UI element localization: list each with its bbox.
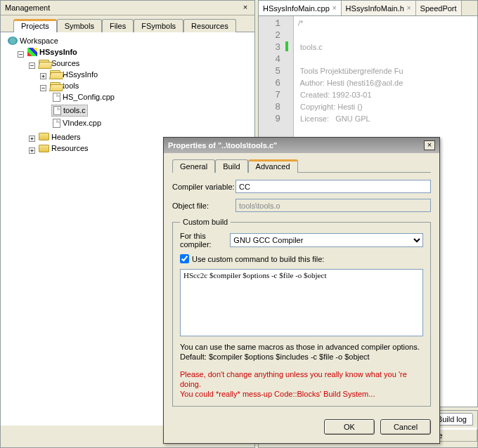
dialog-titlebar[interactable]: Properties of "..\tools\tools.c" × (164, 138, 439, 153)
custom-command-textarea[interactable]: HScc2c $compiler $options -c $file -o $o… (180, 269, 423, 336)
use-custom-checkbox[interactable] (180, 254, 189, 263)
file-icon (53, 93, 60, 102)
tree-folder-resources[interactable]: Resources (37, 143, 90, 153)
tab-symbols[interactable]: Symbols (57, 19, 102, 32)
tab-label: HSsysInfoMain.cpp (263, 4, 330, 13)
tree-folder-headers[interactable]: Headers (37, 132, 82, 142)
hint-text: You can use the same macros as those in … (180, 342, 423, 362)
close-icon[interactable]: × (407, 4, 411, 12)
tab-resources[interactable]: Resources (183, 19, 236, 32)
close-icon[interactable]: × (240, 3, 250, 13)
tree-file[interactable]: VIndex.cpp (51, 118, 103, 129)
tree-label: tools.c (63, 106, 86, 114)
management-tabs: Projects Symbols Files FSymbols Resource… (1, 15, 254, 32)
warning-text: Please, don't change anything unless you… (180, 369, 423, 400)
use-custom-label: Use custom command to build this file: (192, 255, 324, 263)
tree-file[interactable]: HS_Config.cpp (51, 92, 116, 103)
dialog-title: Properties of "..\tools\tools.c" (168, 141, 424, 150)
tab-build[interactable]: Build (215, 159, 247, 173)
tab-advanced[interactable]: Advanced (248, 159, 298, 173)
object-file-label: Object file: (172, 202, 235, 210)
tree-label: Sources (51, 59, 79, 67)
tab-label: SpeedPort (420, 4, 457, 13)
for-compiler-label: For this compiler: (180, 232, 230, 249)
folder-open-icon (39, 60, 49, 67)
tree-label: tools (63, 81, 79, 90)
ok-button[interactable]: OK (324, 419, 375, 435)
tree-label: Headers (51, 133, 81, 141)
tab-label: HSsysInfoMain.h (346, 4, 404, 13)
editor-tabs: HSsysInfoMain.cpp× HSsysInfoMain.h× Spee… (259, 1, 477, 16)
file-icon (53, 119, 60, 128)
workspace-icon (8, 37, 18, 45)
tree-folder-tools[interactable]: tools (49, 81, 80, 91)
expander-icon[interactable]: + (40, 73, 46, 79)
tree-label: Workspace (20, 37, 58, 45)
editor-tab[interactable]: SpeedPort (416, 1, 462, 15)
expander-icon[interactable]: + (29, 147, 35, 154)
custom-build-group: Custom build For this compiler: GNU GCC … (172, 218, 431, 407)
tree-label: HSsysInfo (63, 70, 98, 79)
change-mark-icon (285, 41, 288, 51)
tab-fsymbols[interactable]: FSymbols (134, 19, 183, 32)
folder-open-icon (50, 82, 60, 90)
tree-label: HSsysInfo (39, 48, 77, 56)
compiler-var-input[interactable] (235, 180, 431, 193)
tab-projects[interactable]: Projects (13, 19, 57, 32)
object-file-input (235, 199, 431, 212)
folder-open-icon (50, 70, 60, 78)
tab-files[interactable]: Files (102, 19, 134, 32)
tree-folder-sources[interactable]: Sources (37, 58, 81, 68)
compiler-var-label: Compiler variable: (172, 183, 235, 191)
folder-icon (39, 145, 49, 152)
expander-icon[interactable]: − (18, 51, 24, 58)
close-icon[interactable]: × (424, 140, 435, 150)
close-icon[interactable]: × (332, 4, 337, 12)
expander-icon[interactable]: + (29, 136, 35, 142)
folder-icon (39, 133, 49, 140)
expander-icon[interactable]: − (29, 62, 35, 69)
tree-workspace[interactable]: Workspace (6, 36, 60, 46)
project-icon (27, 48, 37, 56)
tree-label: HS_Config.cpp (63, 93, 115, 101)
editor-tab[interactable]: HSsysInfoMain.cpp× (259, 1, 342, 15)
file-icon (53, 106, 61, 115)
editor-tab[interactable]: HSsysInfoMain.h× (342, 1, 416, 15)
custom-build-legend: Custom build (180, 218, 231, 226)
management-title: Management (5, 4, 240, 12)
expander-icon[interactable]: − (40, 85, 46, 91)
management-titlebar: Management × (1, 1, 254, 15)
properties-dialog: Properties of "..\tools\tools.c" × Gener… (163, 137, 440, 444)
tree-label: Resources (51, 144, 89, 152)
tab-label: Build log (437, 415, 467, 423)
tree-project[interactable]: HSsysInfo (26, 47, 79, 57)
dialog-tabs: General Build Advanced (172, 159, 431, 173)
tree-file-selected[interactable]: tools.c (51, 105, 88, 117)
tree-label: VIndex.cpp (63, 119, 101, 127)
compiler-select[interactable]: GNU GCC Compiler (230, 233, 423, 247)
tab-general[interactable]: General (172, 159, 215, 173)
tree-folder[interactable]: HSsysInfo (49, 70, 99, 79)
cancel-button[interactable]: Cancel (380, 419, 431, 435)
